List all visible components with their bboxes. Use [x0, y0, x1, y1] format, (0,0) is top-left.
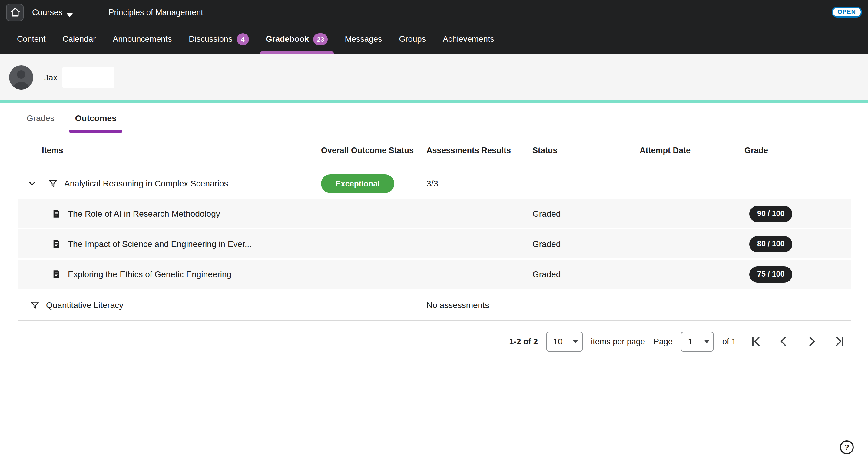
next-page-button[interactable] [804, 333, 819, 349]
grade-cell: 75 / 100 [744, 266, 851, 282]
nav-item-groups[interactable]: Groups [391, 24, 435, 54]
nav-item-label: Achievements [443, 34, 494, 43]
column-header-attempt-date: Attempt Date [640, 146, 744, 155]
column-header-grade: Grade [744, 146, 851, 155]
items-per-page-select[interactable]: 10 [546, 331, 582, 351]
outcomes-table: Items Overall Outcome Status Assessments… [18, 133, 851, 354]
status-cell: Graded [532, 269, 640, 279]
column-header-assessments-results: Assessments Results [427, 146, 532, 155]
nav-item-discussions[interactable]: Discussions 4 [180, 24, 257, 54]
table-header-row: Items Overall Outcome Status Assessments… [18, 133, 851, 168]
skip-to-first-icon [749, 335, 763, 348]
table-row: Exploring the Ethics of Genetic Engineer… [18, 260, 851, 290]
nav-item-label: Discussions [189, 34, 232, 43]
pagination-bar: 1-2 of 2 10 items per page Page 1 of 1 [18, 329, 847, 354]
accent-divider [0, 100, 868, 103]
last-page-button[interactable] [832, 333, 847, 349]
outcome-icon [48, 178, 58, 189]
avatar [9, 65, 33, 89]
chevron-down-icon [700, 332, 713, 351]
table-row: Quantitative Literacy No assessments [18, 290, 851, 321]
home-button[interactable] [6, 3, 24, 21]
chevron-down-icon [27, 178, 37, 188]
student-name: Jax [44, 72, 58, 82]
discussions-count-badge: 4 [237, 33, 249, 45]
nav-item-achievements[interactable]: Achievements [434, 24, 503, 54]
column-header-status: Status [532, 146, 640, 155]
course-title: Principles of Management [109, 7, 203, 16]
document-icon [52, 269, 61, 279]
document-icon [52, 209, 61, 219]
previous-page-button[interactable] [776, 333, 792, 349]
items-per-page-label: items per page [591, 337, 645, 346]
item-title-cell: Exploring the Ethics of Genetic Engineer… [18, 269, 321, 279]
page-label: Page [654, 337, 673, 346]
nav-item-announcements[interactable]: Announcements [104, 24, 180, 54]
nav-item-label: Messages [345, 34, 382, 43]
results-range-label: 1-2 of 2 [509, 337, 538, 346]
document-icon [52, 239, 61, 249]
nav-item-label: Announcements [113, 34, 172, 43]
course-open-badge: OPEN [831, 7, 862, 18]
chevron-right-icon [805, 335, 818, 348]
gradebook-tabs: Grades Outcomes [0, 103, 868, 133]
table-row: The Impact of Science and Engineering in… [18, 229, 851, 260]
overall-status-cell: Exceptional [321, 174, 427, 193]
grade-badge: 75 / 100 [749, 266, 792, 282]
assessments-results-cell: No assessments [427, 300, 532, 310]
item-title: The Impact of Science and Engineering in… [68, 239, 252, 249]
tab-grades[interactable]: Grades [21, 103, 61, 133]
tab-label: Outcomes [75, 113, 117, 123]
page-count-label: of 1 [722, 337, 736, 346]
grade-badge: 90 / 100 [749, 205, 792, 222]
item-title-cell: The Role of AI in Research Methodology [18, 209, 321, 219]
home-icon [9, 7, 20, 18]
nav-item-label: Groups [399, 34, 426, 43]
chevron-left-icon [777, 335, 790, 348]
grade-badge: 80 / 100 [749, 236, 792, 252]
page: Courses Principles of Management OPEN Co… [0, 0, 868, 463]
outcome-icon [30, 300, 40, 310]
outcome-title: Quantitative Literacy [46, 300, 123, 310]
status-cell: Graded [532, 239, 640, 249]
help-button[interactable]: ? [838, 438, 856, 456]
student-header: Jax [0, 54, 868, 100]
outcome-title: Analytical Reasoning in Complex Scenario… [64, 178, 228, 188]
nav-item-label: Calendar [63, 34, 96, 43]
grade-cell: 80 / 100 [744, 236, 851, 252]
skip-to-last-icon [833, 335, 846, 348]
nav-item-label: Content [17, 34, 46, 43]
outcome-title-cell: Quantitative Literacy [18, 300, 321, 310]
nav-item-content[interactable]: Content [8, 24, 54, 54]
nav-item-gradebook[interactable]: Gradebook 23 [257, 24, 336, 54]
item-title: The Role of AI in Research Methodology [68, 209, 220, 219]
column-header-items: Items [18, 146, 321, 155]
course-nav: Content Calendar Announcements Discussio… [0, 24, 868, 54]
items-per-page-value: 10 [547, 336, 568, 346]
page-number-select[interactable]: 1 [681, 331, 714, 351]
courses-dropdown-label: Courses [32, 7, 63, 16]
page-number-value: 1 [682, 336, 700, 346]
chevron-down-icon [568, 332, 582, 351]
gradebook-count-badge: 23 [313, 33, 328, 45]
nav-item-label: Gradebook [266, 34, 309, 43]
nav-item-messages[interactable]: Messages [336, 24, 391, 54]
help-icon: ? [838, 439, 855, 456]
chevron-down-icon [67, 10, 72, 14]
status-badge: Exceptional [321, 174, 394, 193]
item-title: Exploring the Ethics of Genetic Engineer… [68, 269, 231, 279]
first-page-button[interactable] [748, 333, 764, 349]
column-header-overall-outcome-status: Overall Outcome Status [321, 146, 427, 155]
tab-outcomes[interactable]: Outcomes [69, 103, 123, 133]
grade-cell: 90 / 100 [744, 205, 851, 222]
collapse-outcome-button[interactable] [25, 176, 39, 191]
item-title-cell: The Impact of Science and Engineering in… [18, 239, 321, 249]
table-row: The Role of AI in Research Methodology G… [18, 199, 851, 229]
top-bar: Courses Principles of Management OPEN [0, 0, 868, 24]
courses-dropdown[interactable]: Courses [32, 7, 72, 16]
status-cell: Graded [532, 209, 640, 219]
tab-label: Grades [27, 113, 55, 123]
nav-item-calendar[interactable]: Calendar [54, 24, 104, 54]
table-row: Analytical Reasoning in Complex Scenario… [18, 168, 851, 199]
assessments-results-cell: 3/3 [427, 178, 532, 188]
